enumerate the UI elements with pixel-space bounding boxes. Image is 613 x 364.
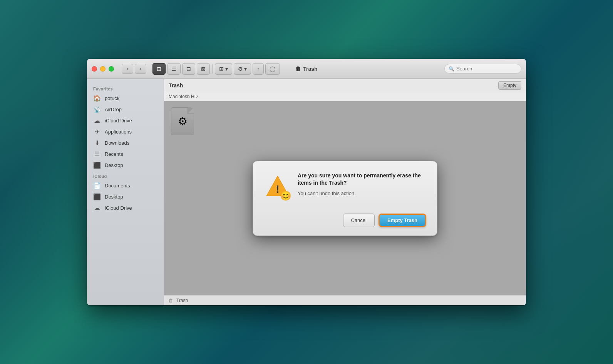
- downloads-icon: ⬇: [93, 139, 101, 147]
- favorites-section-label: Favorites: [87, 83, 164, 93]
- traffic-lights: [92, 66, 114, 72]
- sidebar-item-icloud-drive[interactable]: ☁ iCloud Drive: [87, 115, 164, 126]
- sidebar-item-label: Desktop: [105, 194, 123, 200]
- sidebar-item-applications[interactable]: ✈ Applications: [87, 126, 164, 137]
- share-button[interactable]: ↑: [253, 63, 264, 75]
- search-bar[interactable]: 🔍: [444, 64, 521, 73]
- trash-status-label: Trash: [176, 298, 188, 303]
- view-grid-icon: ⊞: [157, 66, 161, 72]
- sidebar-item-label: Desktop: [105, 162, 123, 168]
- dialog: ! 😊 Are you sure you want to permanently…: [253, 161, 437, 236]
- back-icon: ‹: [127, 66, 128, 72]
- gear-icon: ⚙: [238, 66, 243, 72]
- minimize-button[interactable]: [100, 66, 106, 72]
- sidebar-item-label: potuck: [105, 95, 119, 101]
- view-group-button[interactable]: ⊞ ▾: [215, 63, 232, 75]
- file-area: Trash Empty Macintosh HD ⚙: [164, 79, 526, 305]
- search-icon: 🔍: [449, 66, 454, 72]
- tag-button[interactable]: ◯: [265, 63, 280, 75]
- cancel-button[interactable]: Cancel: [343, 214, 375, 227]
- sidebar-item-airdrop[interactable]: 📡 AirDrop: [87, 104, 164, 115]
- view-column-icon: ⊟: [186, 66, 191, 72]
- sidebar-item-label: Recents: [105, 151, 123, 157]
- close-button[interactable]: [92, 66, 97, 72]
- dialog-buttons: Cancel Empty Trash: [253, 207, 437, 235]
- file-area-header: Trash Empty: [164, 79, 526, 92]
- forward-button[interactable]: ›: [135, 64, 146, 74]
- sidebar-item-desktop[interactable]: ⬛ Desktop: [87, 160, 164, 171]
- sidebar-item-label: Documents: [105, 183, 130, 189]
- tag-icon: ◯: [270, 66, 276, 72]
- sidebar-item-documents[interactable]: 📄 Documents: [87, 180, 164, 191]
- svg-text:!: !: [276, 183, 279, 195]
- dialog-content: ! 😊 Are you sure you want to permanently…: [253, 161, 437, 207]
- sidebar: Favorites 🏠 potuck 📡 AirDrop ☁ iCloud Dr…: [87, 79, 164, 305]
- dialog-body: You can't undo this action.: [298, 190, 426, 197]
- search-input[interactable]: [456, 66, 517, 72]
- finder-face-icon: 😊: [280, 190, 291, 201]
- sidebar-item-label: Downloads: [105, 140, 129, 146]
- breadcrumb: Macintosh HD: [164, 92, 526, 101]
- sidebar-item-potuck[interactable]: 🏠 potuck: [87, 93, 164, 104]
- view-group-icon: ⊞ ▾: [219, 66, 228, 72]
- sidebar-item-label: AirDrop: [105, 107, 122, 112]
- view-cover-icon: ⊠: [201, 66, 206, 72]
- trash-status-icon: 🗑: [169, 298, 173, 303]
- view-cover-button[interactable]: ⊠: [197, 63, 210, 75]
- forward-icon: ›: [140, 66, 141, 72]
- dialog-title: Are you sure you want to permanently era…: [298, 172, 426, 187]
- view-list-button[interactable]: ☰: [167, 63, 181, 75]
- action-button[interactable]: ⚙ ▾: [234, 63, 251, 75]
- desktop-icon: ⬛: [93, 162, 101, 169]
- sidebar-item-icloud-drive-2[interactable]: ☁ iCloud Drive: [87, 202, 164, 214]
- view-column-button[interactable]: ⊟: [182, 63, 195, 75]
- trash-title-icon: 🗑: [295, 66, 301, 72]
- window-title: Trash: [303, 66, 317, 72]
- sidebar-item-desktop-icloud[interactable]: ⬛ Desktop: [87, 191, 164, 202]
- documents-icon: 📄: [93, 182, 101, 189]
- dialog-text: Are you sure you want to permanently era…: [298, 172, 426, 197]
- icloud-section-label: iCloud: [87, 171, 164, 180]
- sidebar-item-recents[interactable]: ☰ Recents: [87, 149, 164, 160]
- window-title-area: 🗑 Trash: [295, 66, 317, 72]
- recents-icon: ☰: [93, 150, 101, 158]
- cloud-icloud-icon: ☁: [93, 204, 101, 212]
- main-content: Favorites 🏠 potuck 📡 AirDrop ☁ iCloud Dr…: [87, 79, 526, 305]
- empty-trash-button[interactable]: Empty Trash: [379, 214, 426, 227]
- sidebar-item-label: Applications: [105, 129, 132, 135]
- toolbar-separator-1: [212, 64, 213, 73]
- sidebar-item-downloads[interactable]: ⬇ Downloads: [87, 137, 164, 149]
- empty-button[interactable]: Empty: [498, 81, 521, 90]
- modal-overlay: ! 😊 Are you sure you want to permanently…: [164, 101, 526, 295]
- warning-icon-area: ! 😊: [264, 172, 291, 200]
- view-icon-button[interactable]: ⊞: [152, 63, 166, 75]
- cloud-icon: ☁: [93, 117, 101, 124]
- finder-window: ‹ › ⊞ ☰ ⊟ ⊠ ⊞ ▾ ⚙ ▾: [87, 59, 526, 305]
- airdrop-icon: 📡: [93, 106, 101, 113]
- maximize-button[interactable]: [109, 66, 114, 72]
- desktop-icloud-icon: ⬛: [93, 193, 101, 200]
- chevron-down-icon: ▾: [244, 66, 247, 72]
- file-content: ⚙: [164, 101, 526, 295]
- folder-title: Trash: [169, 82, 183, 88]
- navigation-buttons: ‹ ›: [122, 64, 146, 74]
- sidebar-item-label: iCloud Drive: [105, 205, 132, 211]
- sidebar-item-label: iCloud Drive: [105, 118, 132, 124]
- view-list-icon: ☰: [171, 66, 176, 72]
- share-icon: ↑: [257, 66, 260, 72]
- applications-icon: ✈: [93, 128, 101, 135]
- title-bar: ‹ › ⊞ ☰ ⊟ ⊠ ⊞ ▾ ⚙ ▾: [87, 59, 526, 79]
- home-icon: 🏠: [93, 95, 101, 102]
- back-button[interactable]: ‹: [122, 64, 133, 74]
- dialog-icon-wrapper: ! 😊: [264, 172, 291, 200]
- status-bar: 🗑 Trash: [164, 295, 526, 305]
